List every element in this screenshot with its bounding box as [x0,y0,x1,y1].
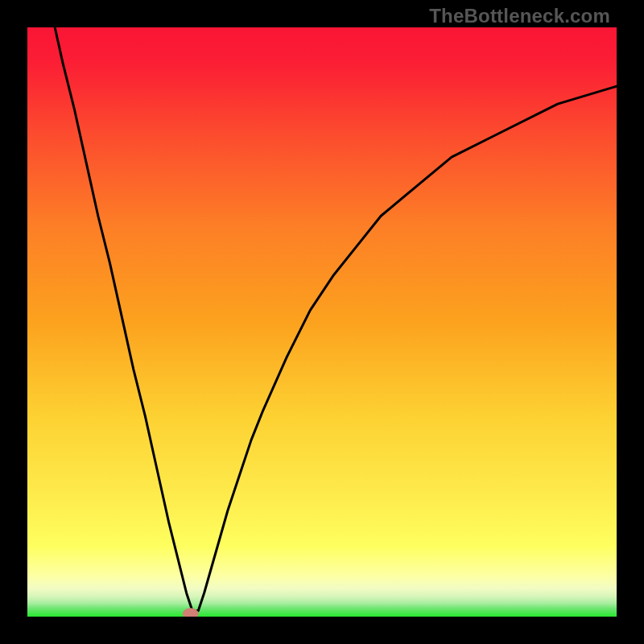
chart-svg [27,27,617,617]
chart-background [27,27,617,617]
chart-plot-area [27,27,617,617]
watermark-text: TheBottleneck.com [429,5,610,27]
